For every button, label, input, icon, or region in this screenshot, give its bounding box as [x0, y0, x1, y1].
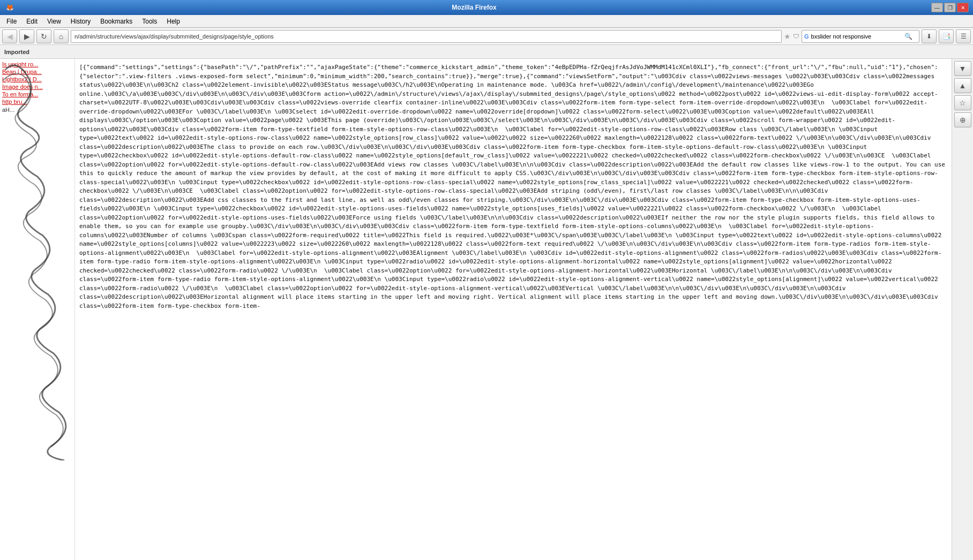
sidebar-link-6[interactable]: http bru... — [2, 99, 72, 105]
menu-history[interactable]: History — [66, 17, 95, 26]
rt-btn-add[interactable]: ⊕ — [954, 112, 971, 127]
title-bar: 🦊 Mozilla Firefox — ❐ ✕ — [0, 0, 973, 15]
menu-extra-button[interactable]: ☰ — [956, 29, 971, 43]
sidebar-link-5[interactable]: To en forma... — [2, 91, 72, 97]
menu-file[interactable]: File — [2, 17, 21, 26]
close-button[interactable]: ✕ — [957, 3, 969, 12]
menu-bookmarks[interactable]: Bookmarks — [96, 17, 137, 26]
back-button[interactable]: ◀ — [2, 29, 17, 43]
content-text: [{"command":"settings","settings":{"base… — [79, 63, 947, 311]
sidebar-link-3[interactable]: Lightbox2 | D... — [2, 76, 72, 82]
address-bar-input[interactable] — [71, 30, 782, 43]
reload-button[interactable]: ↻ — [36, 29, 51, 43]
main-area: Is upright ro... Bean | Drupa... Lightbo… — [0, 59, 973, 560]
rt-btn-up[interactable]: ▲ — [954, 78, 971, 93]
home-button[interactable]: ⌂ — [54, 29, 69, 43]
forward-button[interactable]: ▶ — [19, 29, 34, 43]
restore-button[interactable]: ❐ — [944, 3, 956, 12]
firefox-logo-icon: 🦊 — [4, 2, 15, 13]
sidebar-link-4[interactable]: Image does n... — [2, 84, 72, 90]
menu-edit[interactable]: Edit — [22, 17, 42, 26]
bookmark-star-icon[interactable]: ★ — [784, 32, 791, 41]
bookmarks-bar: Imported — [0, 45, 973, 59]
menu-view[interactable]: View — [43, 17, 65, 26]
rt-btn-down[interactable]: ▼ — [954, 61, 971, 76]
nav-bar: ◀ ▶ ↻ ⌂ ★ 🛡 G 🔍 ⬇ 📑 ☰ — [0, 28, 973, 45]
search-input[interactable] — [811, 33, 902, 40]
minimize-button[interactable]: — — [931, 3, 943, 12]
sidebar: Is upright ro... Bean | Drupa... Lightbo… — [0, 59, 75, 560]
right-toolbar: ▼ ▲ ☆ ⊕ — [952, 59, 973, 560]
menu-help[interactable]: Help — [162, 17, 184, 26]
title-bar-buttons: — ❐ ✕ — [931, 3, 969, 12]
title-bar-left: 🦊 — [4, 2, 17, 13]
sidebar-text-1: aH... — [2, 107, 14, 113]
search-bar: G 🔍 — [802, 30, 919, 43]
google-icon: G — [804, 33, 809, 40]
imported-label: Imported — [4, 49, 29, 55]
menu-bar: File Edit View History Bookmarks Tools H… — [0, 15, 973, 28]
search-icon[interactable]: 🔍 — [904, 33, 912, 40]
download-button[interactable]: ⬇ — [922, 29, 937, 43]
menu-tools[interactable]: Tools — [138, 17, 161, 26]
security-shield-icon: 🛡 — [793, 33, 799, 40]
rt-btn-star[interactable]: ☆ — [954, 95, 971, 110]
content-area[interactable]: [{"command":"settings","settings":{"base… — [75, 59, 952, 560]
bookmark-manager-button[interactable]: 📑 — [939, 29, 954, 43]
sidebar-link-1[interactable]: Is upright ro... — [2, 61, 72, 67]
window-title: Mozilla Firefox — [17, 4, 931, 11]
sidebar-link-2[interactable]: Bean | Drupa... — [2, 69, 72, 75]
